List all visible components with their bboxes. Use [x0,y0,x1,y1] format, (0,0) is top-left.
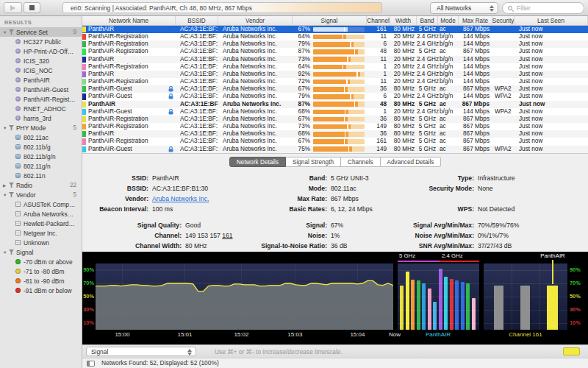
table-row[interactable]: PanthAIR-RegistrationAC:A3:1E:BF:…Aruba … [82,78,588,85]
table-row[interactable]: PanthAIRAC:A3:1E:BF:…Aruba Networks Inc.… [82,71,588,78]
series-select[interactable]: Signal [86,347,196,356]
sidebar-item-service-set[interactable]: HP-Print-AD-Off… [0,46,82,56]
column-header-signal[interactable]: Signal [293,16,367,25]
sidebar-toggle-icon[interactable] [87,361,95,367]
column-header-security[interactable]: Security [492,16,514,25]
table-row[interactable]: PanthAIR-RegistrationAC:A3:1E:BF:…Aruba … [82,116,588,123]
tab-advanced-details[interactable]: Advanced Details [381,157,442,167]
sidebar-item-service-set[interactable]: PanthAIR-Guest [0,85,82,94]
disclosure-icon[interactable]: ▼ [3,30,9,35]
sidebar-item-service-set[interactable]: harris_3rd [0,113,82,123]
cell-last: Just now [514,116,588,123]
tab-channels[interactable]: Channels [341,157,381,167]
scan-start-button[interactable] [4,2,22,13]
cell-signal-bar [313,130,367,138]
table-row[interactable]: PanthAIR-GuestAC:A3:1E:BF:…Aruba Network… [82,93,588,100]
sidebar-item-service-set[interactable]: HC327 Public [0,37,82,46]
filter-input[interactable] [515,4,574,13]
sidebar-item-vendor[interactable]: Aruba Networks… [0,209,82,219]
table-row[interactable]: PanthAIR-RegistrationAC:A3:1E:BF:…Aruba … [82,123,588,130]
sidebar-item-signal[interactable]: -71 to -80 dBm [0,266,82,276]
detail-field: Band:5 GHz UNII-3 [257,173,412,183]
table-row[interactable]: PanthAIR-GuestAC:A3:1E:BF:…Aruba Network… [82,146,588,153]
disclosure-icon[interactable]: ▼ [3,126,9,130]
sidebar-item-service-set[interactable]: ICIS_320 [0,56,82,66]
column-header-band[interactable]: Band [417,16,438,25]
cell-rate: 867 Mbps [459,101,492,108]
sidebar-section-service-set[interactable]: ▼Service Set9 [0,27,82,37]
sidebar-item-signal[interactable]: -91 dBm or below [0,286,82,295]
column-header-vendor[interactable]: Vendor [218,16,293,25]
sidebar-item-phy-mode[interactable]: 802.11ac [0,132,82,142]
sidebar-item-phy-mode[interactable]: 802.11b/g [0,142,82,152]
sidebar-section-signal[interactable]: ▼Signal [0,247,82,257]
sidebar-section-radio[interactable]: ▶Radio22 [0,180,82,190]
table-row[interactable]: PanthAIRAC:A3:1E:BF:…Aruba Networks Inc.… [82,130,588,138]
cell-bssid: AC:A3:1E:BF:… [176,56,218,63]
cell-pct: 92% [293,71,313,78]
sidebar-item-vendor[interactable]: Hewlett-Packard… [0,219,82,228]
sidebar-item-phy-mode[interactable]: 802.11g/n [0,161,82,171]
sidebar-item-service-set[interactable]: PanthAIR [0,75,82,85]
signal-bar-marker [347,57,348,62]
detail-field: Channel Width:80 MHz [82,241,257,251]
scan-stop-button[interactable] [24,2,40,13]
cell-rate: 144 Mbps [459,71,492,78]
disclosure-icon[interactable]: ▼ [3,250,9,255]
table-row[interactable]: PanthAIR-GuestAC:A3:1E:BF:…Aruba Network… [82,108,588,116]
disclosure-icon[interactable]: ▶ [3,183,9,188]
sidebar-item-service-set[interactable]: RNET_ADHOC [0,104,82,113]
cell-w: 80 MHz [390,26,417,33]
sidebar-item-vendor[interactable]: Unknown [0,238,82,247]
column-header-last-seen[interactable]: Last Seen [514,16,588,25]
y-axis-tick: 90% [570,266,587,273]
column-header-mode[interactable]: Mode [438,16,459,25]
table-row[interactable]: PanthAIRAC:A3:1E:BF:…Aruba Networks Inc.… [82,26,588,33]
disclosure-icon[interactable]: ▼ [3,193,9,197]
table-row[interactable]: PanthAIR-RegistrationAC:A3:1E:BF:…Aruba … [82,40,588,48]
network-name-text: PanthAIR-Registration [88,48,176,55]
tab-signal-strength[interactable]: Signal Strength [286,157,341,167]
detail-value: PanthAIR [148,174,179,182]
table-row[interactable]: PanthAIR-RegistrationAC:A3:1E:BF:…Aruba … [82,33,588,40]
table-row[interactable]: PanthAIRAC:A3:1E:BF:…Aruba Networks Inc.… [82,56,588,63]
sidebar-item-phy-mode[interactable]: 802.11n [0,171,82,180]
sidebar-item-service-set[interactable]: ICIS_NOC [0,66,82,75]
cell-rate: 867 Mbps [459,48,492,55]
column-header-width[interactable]: Width [390,16,417,25]
vendor-icon [15,211,21,216]
column-header-bssid[interactable]: BSSID [176,16,218,25]
network-signal-bar [472,298,476,330]
channel-bars-chart [484,263,567,330]
network-color-tag [82,116,86,122]
detail-label: Signal Avg/Min/Max: [412,222,474,229]
sidebar-item-signal[interactable]: -70 dBm or above [0,257,82,266]
filter-field[interactable] [502,2,584,14]
column-header-network-name[interactable]: Network Name [82,16,176,25]
cell-vendor: Aruba Networks Inc. [218,40,293,48]
detail-label: Noise Avg/Min/Max: [412,232,474,239]
table-row[interactable]: PanthAIR-RegistrationAC:A3:1E:BF:…Aruba … [82,48,588,55]
network-scope-select[interactable]: All Networks [430,2,498,14]
sidebar-item-phy-mode[interactable]: 802.11b/g/n [0,152,82,161]
table-row[interactable]: PanthAIR-RegistrationAC:A3:1E:BF:…Aruba … [82,63,588,71]
networks-table: Network NameBSSIDVendorSignalChannelWidt… [82,16,588,153]
tab-network-details[interactable]: Network Details [229,157,286,167]
sidebar-item-vendor[interactable]: ASUSTeK Comp… [0,199,82,209]
sidebar-item-vendor[interactable]: Netgear Inc. [0,228,82,238]
column-header-channel[interactable]: Channel [367,16,390,25]
table-row[interactable]: PanthAIR-RegistrationAC:A3:1E:BF:…Aruba … [82,138,588,145]
sidebar-item-service-set[interactable]: PanthAIR-Regist… [0,94,82,104]
sidebar-item-signal[interactable]: -81 to -90 dBm [0,276,82,286]
network-signal-bar [406,272,409,330]
detail-value-link[interactable]: Aruba Networks Inc. [148,195,209,202]
sidebar-section-phy-mode[interactable]: ▼PHY Mode5 [0,123,82,132]
detail-field: Noise:1% [257,230,412,241]
column-header-max-rate[interactable]: Max Rate [459,16,492,25]
sidebar-section-vendor[interactable]: ▼Vendor5 [0,190,82,199]
table-row[interactable]: PanthAIR-GuestAC:A3:1E:BF:…Aruba Network… [82,85,588,93]
table-row[interactable]: PanthAIRAC:A3:1E:BF:…Aruba Networks Inc.… [82,101,588,108]
sidebar-item-label: Aruba Networks… [24,210,82,218]
cell-bssid: AC:A3:1E:BF:… [176,138,218,145]
signal-bar [313,102,365,107]
